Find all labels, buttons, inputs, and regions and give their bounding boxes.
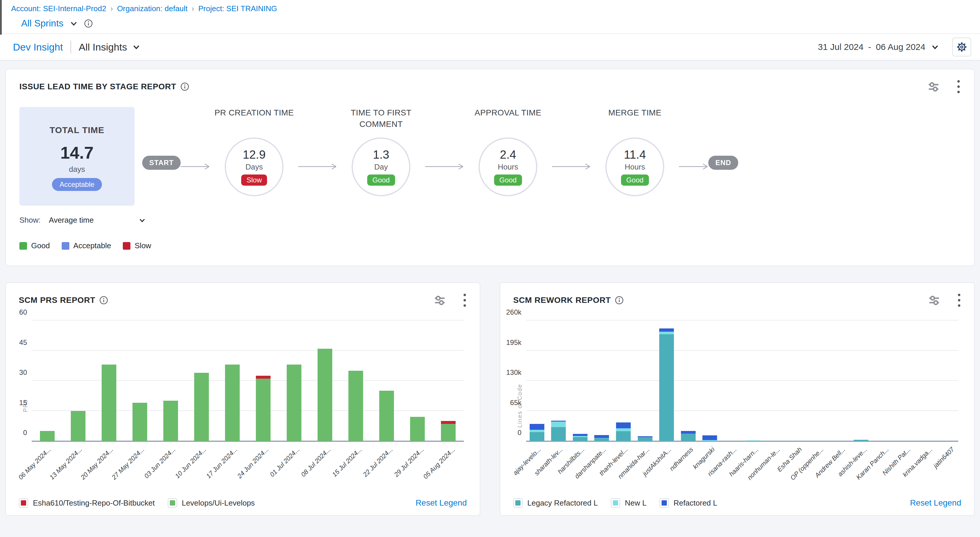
stage-circle[interactable]: 2.4HoursGood [479,137,537,196]
date-range-picker[interactable]: 31 Jul 2024 - 06 Aug 2024 [818,42,940,52]
bar-stack[interactable] [40,321,55,441]
stage-circle[interactable]: 11.4HoursGood [605,137,664,196]
bar-stack[interactable] [71,321,86,441]
bar-segment[interactable] [287,365,301,441]
breadcrumb-item[interactable]: Account: SEI-Internal-Prod2 [11,4,107,13]
bar-segment[interactable] [530,430,544,432]
bar-stack[interactable] [318,321,332,441]
info-icon[interactable] [615,296,624,305]
kebab-menu-icon[interactable] [956,79,961,94]
bar-segment[interactable] [318,349,332,441]
bar-segment[interactable] [659,332,674,334]
legend-item[interactable]: Good [19,241,50,250]
bar-stack[interactable] [163,321,178,441]
bar-segment[interactable] [132,403,147,441]
bar-segment[interactable] [702,435,717,440]
legend-item[interactable]: Levelops/Ui-Levelops [168,498,255,508]
legend-item[interactable]: Legacy Refactored L [513,498,598,508]
bar-stack[interactable] [287,321,301,441]
bar-segment[interactable] [225,365,240,441]
bar-stack[interactable] [746,321,760,441]
bar-stack[interactable] [225,321,240,441]
bar-segment[interactable] [163,401,178,441]
bar-segment[interactable] [194,373,209,441]
filter-sliders-icon[interactable] [433,294,446,307]
chevron-down-icon[interactable] [138,216,146,225]
bar-stack[interactable] [573,321,587,441]
bar-segment[interactable] [102,365,116,441]
bar-segment[interactable] [551,427,566,441]
bar-stack[interactable] [659,321,674,441]
bar-segment[interactable] [530,432,544,441]
bar-stack[interactable] [530,321,544,441]
kebab-menu-icon[interactable] [957,293,961,308]
insight-title[interactable]: Dev Insight [13,41,63,53]
bar-segment[interactable] [410,417,425,441]
chevron-down-icon[interactable] [930,42,940,52]
chevron-down-icon[interactable] [69,19,79,29]
bar-stack[interactable] [681,321,696,441]
bar-segment[interactable] [71,411,86,441]
info-icon[interactable] [99,296,108,305]
breadcrumb-item[interactable]: Organization: default [117,4,188,13]
bar-stack[interactable] [919,321,933,441]
bar-segment[interactable] [379,391,394,441]
show-dropdown[interactable]: Show: Average time [19,216,961,225]
bar-stack[interactable] [410,321,425,441]
bar-stack[interactable] [594,321,609,441]
bar-stack[interactable] [767,321,782,441]
settings-button[interactable] [952,38,971,56]
legend-item[interactable]: Refactored L [660,498,718,508]
bar-stack[interactable] [132,321,147,441]
sprint-selector[interactable]: All Sprints [21,18,980,29]
bar-stack[interactable] [379,321,394,441]
bar-stack[interactable] [194,321,209,441]
bar-segment[interactable] [594,438,609,441]
bar-segment[interactable] [256,376,270,379]
bar-segment[interactable] [530,424,544,430]
bar-stack[interactable] [348,321,363,441]
bar-stack[interactable] [724,321,739,441]
bar-segment[interactable] [616,423,631,429]
bar-stack[interactable] [789,321,803,441]
bar-segment[interactable] [441,424,456,441]
bar-stack[interactable] [875,321,890,441]
filter-sliders-icon[interactable] [928,294,941,307]
reset-legend-link[interactable]: Reset Legend [416,498,467,508]
bar-segment[interactable] [40,431,55,441]
sprint-selector-label[interactable]: All Sprints [21,18,64,29]
bar-stack[interactable] [551,321,566,441]
bar-segment[interactable] [681,434,696,441]
show-value[interactable]: Average time [49,216,94,225]
bar-segment[interactable] [659,329,674,332]
bar-stack[interactable] [616,321,631,441]
bar-segment[interactable] [551,421,566,427]
bar-segment[interactable] [573,437,587,441]
bar-stack[interactable] [441,321,456,441]
bar-segment[interactable] [616,431,631,441]
bar-stack[interactable] [854,321,869,441]
insight-selector[interactable]: All Insights [79,41,141,53]
bar-stack[interactable] [256,321,270,441]
legend-item[interactable]: Esha610/Testing-Repo-Of-Bitbucket [19,498,155,508]
bar-stack[interactable] [638,321,652,441]
kebab-menu-icon[interactable] [463,293,467,308]
bar-stack[interactable] [702,321,717,441]
bar-segment[interactable] [594,435,609,438]
bar-stack[interactable] [940,321,955,441]
stage-circle[interactable]: 12.9DaysSlow [225,137,283,196]
filter-sliders-icon[interactable] [927,80,940,93]
bar-stack[interactable] [897,321,912,441]
stage-circle[interactable]: 1.3DayGood [352,137,410,196]
info-icon[interactable] [180,82,189,91]
chevron-down-icon[interactable] [131,42,141,52]
bar-segment[interactable] [348,371,363,441]
insight-selector-label[interactable]: All Insights [79,41,127,53]
bar-segment[interactable] [681,431,696,434]
breadcrumb-item[interactable]: Project: SEI TRAINING [198,4,277,13]
bar-segment[interactable] [441,421,456,424]
bar-segment[interactable] [616,428,631,431]
bar-segment[interactable] [638,437,652,441]
reset-legend-link[interactable]: Reset Legend [910,498,961,508]
legend-item[interactable]: Acceptable [62,241,111,250]
